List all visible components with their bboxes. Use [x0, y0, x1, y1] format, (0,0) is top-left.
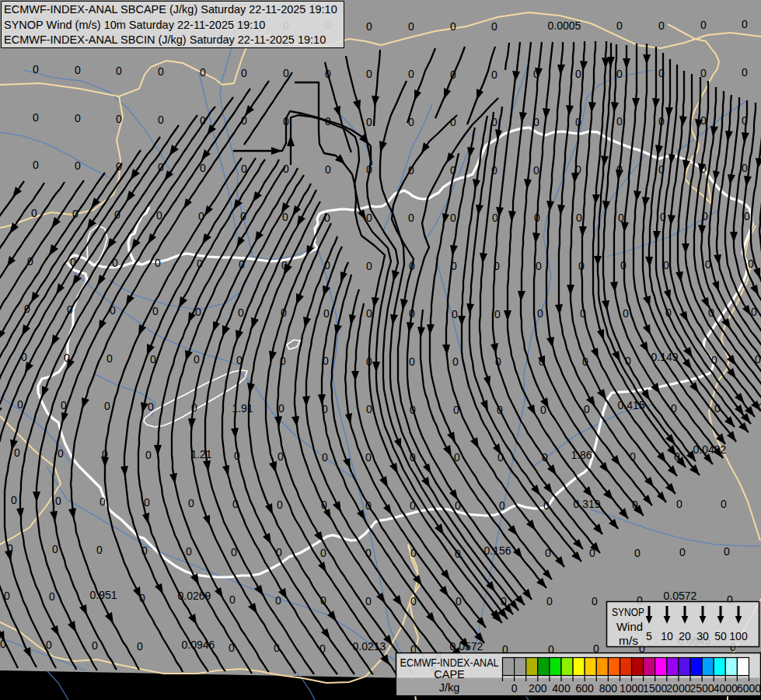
svg-text:0: 0 [634, 547, 641, 559]
svg-text:0: 0 [198, 210, 204, 222]
svg-text:0: 0 [616, 68, 623, 80]
svg-text:0.0946: 0.0946 [182, 639, 215, 651]
svg-text:0: 0 [533, 116, 539, 128]
svg-text:0: 0 [188, 497, 194, 509]
svg-text:0: 0 [700, 67, 707, 79]
svg-text:0: 0 [319, 642, 326, 655]
svg-text:0: 0 [241, 163, 247, 175]
svg-text:0: 0 [186, 545, 192, 558]
svg-text:0: 0 [75, 159, 81, 172]
svg-text:0: 0 [671, 402, 677, 415]
svg-text:0: 0 [195, 306, 201, 318]
svg-text:0: 0 [75, 112, 81, 124]
svg-text:0: 0 [665, 306, 672, 319]
svg-text:0: 0 [116, 113, 122, 125]
svg-text:0: 0 [52, 543, 58, 555]
svg-text:0: 0 [277, 499, 283, 511]
svg-text:0: 0 [534, 212, 540, 224]
svg-text:0: 0 [158, 65, 164, 78]
svg-text:0: 0 [742, 162, 748, 174]
svg-text:0: 0 [99, 495, 106, 508]
svg-text:0: 0 [200, 114, 206, 127]
svg-text:0: 0 [721, 498, 727, 510]
svg-text:0: 0 [632, 499, 638, 511]
svg-text:0.156: 0.156 [483, 544, 511, 557]
svg-text:0: 0 [711, 354, 717, 366]
svg-text:0: 0 [55, 495, 61, 507]
svg-text:0: 0 [410, 547, 417, 559]
svg-text:0: 0 [102, 448, 108, 460]
svg-text:0: 0 [537, 307, 543, 320]
svg-text:100: 100 [729, 630, 748, 642]
svg-text:0: 0 [456, 595, 462, 607]
svg-text:SYNOP Wind (m/s) 10m Saturday: SYNOP Wind (m/s) 10m Saturday 22-11-2025… [4, 19, 265, 31]
svg-text:0: 0 [33, 159, 39, 171]
svg-text:0: 0 [366, 20, 372, 33]
svg-text:0: 0 [451, 260, 457, 272]
svg-text:0: 0 [104, 400, 110, 412]
svg-text:0.0005: 0.0005 [548, 19, 581, 32]
svg-text:0: 0 [92, 639, 98, 652]
svg-text:0: 0 [495, 355, 501, 368]
svg-text:4000: 4000 [714, 682, 738, 695]
svg-text:0: 0 [540, 404, 546, 416]
svg-text:ECMWF-INDEX-ANAL SBCAPE (J/kg): ECMWF-INDEX-ANAL SBCAPE (J/kg) Saturday … [4, 3, 337, 16]
svg-text:0: 0 [152, 305, 159, 317]
svg-text:0: 0 [660, 211, 666, 223]
svg-text:0: 0 [658, 67, 665, 79]
svg-text:20: 20 [679, 630, 691, 642]
svg-text:0: 0 [200, 66, 206, 79]
svg-text:1.21: 1.21 [190, 448, 211, 460]
svg-text:0: 0 [156, 209, 162, 222]
svg-text:0: 0 [240, 210, 246, 222]
svg-text:0.415: 0.415 [617, 399, 644, 411]
svg-text:0: 0 [234, 450, 240, 462]
svg-text:0: 0 [96, 544, 103, 556]
svg-text:0: 0 [702, 210, 708, 222]
svg-text:800: 800 [599, 682, 618, 695]
svg-text:0: 0 [366, 116, 372, 128]
svg-text:J/kg: J/kg [439, 681, 460, 694]
svg-text:0: 0 [72, 208, 79, 220]
svg-text:0: 0 [700, 163, 707, 175]
svg-text:0: 0 [141, 544, 148, 557]
svg-text:Wind: Wind [616, 621, 643, 633]
svg-text:0: 0 [582, 355, 588, 368]
svg-text:0: 0 [758, 401, 761, 414]
svg-text:2000: 2000 [666, 682, 690, 695]
svg-text:0: 0 [676, 498, 682, 510]
svg-text:0: 0 [139, 592, 145, 604]
svg-text:0: 0 [625, 355, 631, 367]
svg-text:0: 0 [580, 307, 586, 320]
svg-text:0: 0 [21, 351, 27, 363]
svg-text:0: 0 [545, 547, 551, 559]
svg-text:0.0572: 0.0572 [450, 640, 483, 653]
svg-text:0: 0 [283, 67, 289, 79]
svg-text:0: 0 [408, 68, 414, 80]
svg-text:0: 0 [275, 594, 281, 607]
svg-text:0: 0 [365, 451, 372, 464]
svg-text:0: 0 [197, 257, 203, 270]
svg-text:0: 0 [658, 163, 665, 176]
svg-text:0: 0 [320, 594, 326, 607]
svg-text:0: 0 [33, 63, 39, 75]
svg-text:0: 0 [714, 402, 721, 415]
svg-text:0: 0 [452, 355, 459, 368]
svg-text:0: 0 [238, 306, 244, 319]
svg-text:0: 0 [24, 303, 30, 315]
svg-text:0: 0 [751, 306, 757, 318]
svg-text:0: 0 [325, 68, 331, 80]
svg-text:0: 0 [106, 352, 113, 365]
svg-text:0: 0 [494, 260, 500, 272]
svg-text:0: 0 [533, 164, 539, 177]
svg-text:0: 0 [578, 260, 585, 272]
svg-text:0.0213: 0.0213 [353, 640, 386, 653]
svg-text:0: 0 [281, 259, 288, 271]
svg-text:0: 0 [11, 494, 17, 506]
svg-text:0: 0 [64, 352, 70, 364]
svg-text:0: 0 [450, 164, 456, 177]
svg-text:0: 0 [150, 353, 156, 366]
svg-text:0: 0 [742, 66, 748, 79]
svg-text:0: 0 [491, 20, 497, 33]
svg-text:0: 0 [450, 20, 456, 33]
